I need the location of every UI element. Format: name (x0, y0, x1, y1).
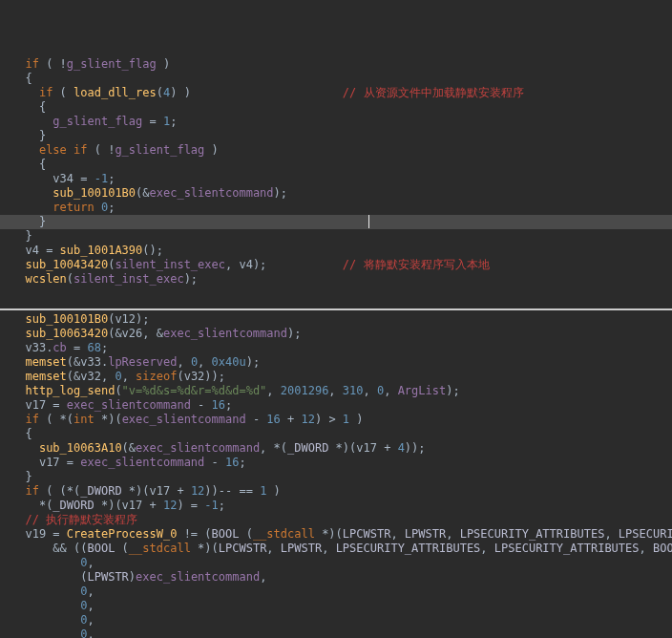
code-line[interactable]: 0, (0, 599, 672, 613)
token: lpReserved (108, 355, 177, 369)
code-line[interactable]: if ( (*(_DWORD *)(v17 + 12))-- == 1 ) (0, 484, 672, 499)
token: 12 (163, 499, 177, 512)
code-line[interactable]: } (0, 215, 672, 229)
token: wcslen (25, 272, 66, 286)
code-line[interactable]: 0, (0, 613, 672, 627)
token: ( ! (87, 143, 115, 157)
token: sizeof (136, 370, 177, 383)
token: v33. (25, 341, 52, 354)
code-line[interactable]: http_log_send("v=%d&s=%d&r=%d&d=%d", 200… (0, 384, 672, 398)
code-pane-bottom[interactable]: sub_100101B0(v12); sub_10063420(&v26, &e… (0, 308, 672, 638)
token: 0x40u (212, 355, 246, 369)
token: && (( (52, 542, 87, 555)
code-line[interactable]: (LPWSTR)exec_slientcommand, (0, 570, 672, 585)
code-line[interactable]: v17 = exec_slientcommand - 16; (0, 456, 672, 470)
token: else if (39, 143, 88, 157)
token: 16 (225, 456, 239, 469)
token: exec_slientcommand (163, 327, 287, 340)
code-line[interactable]: { (0, 72, 672, 86)
token: , (198, 355, 211, 369)
token: memset (25, 355, 66, 369)
token: (&v26, & (108, 327, 163, 340)
code-line[interactable]: v19 = CreateProcessW_0 != (BOOL (__stdca… (0, 527, 672, 542)
code-line[interactable]: g_slient_flag = 1; (0, 115, 672, 129)
code-line[interactable]: memset(&v32, 0, sizeof(v32)); (0, 370, 672, 384)
token: { (25, 427, 32, 440)
code-line[interactable]: 0, (0, 627, 672, 638)
token: , (384, 384, 397, 397)
token: LPSECURITY_ATTRIBUTES (460, 527, 605, 541)
token: ( (239, 527, 252, 541)
code-line[interactable]: sub_10063420(&v26, &exec_slientcommand); (0, 327, 672, 341)
token: *)(v17 + (328, 441, 397, 455)
token: - (204, 456, 225, 469)
token: { (39, 158, 46, 171)
token: LPWSTR (87, 570, 128, 584)
comment: // 将静默安装程序写入本地 (343, 258, 490, 271)
token: 68 (88, 341, 101, 354)
code-line[interactable]: 0, (0, 556, 672, 570)
code-line[interactable]: } (0, 229, 672, 244)
token: ArgList (398, 384, 447, 397)
token: sub_10043420 (25, 258, 108, 271)
code-line[interactable]: sub_100101B0(v12); (0, 312, 672, 327)
code-line[interactable]: && ((BOOL (__stdcall *)(LPCWSTR, LPWSTR,… (0, 542, 672, 556)
token: , (87, 627, 94, 638)
code-line[interactable]: v33.cb = 68; (0, 341, 672, 355)
code-line[interactable]: sub_10043420(silent_inst_exec, v4); // 将… (0, 258, 672, 272)
code-line[interactable]: memset(&v33.lpReserved, 0, 0x40u); (0, 355, 672, 370)
code-line[interactable]: { (0, 158, 672, 172)
code-line[interactable]: return 0; (0, 201, 672, 215)
token: if (39, 86, 52, 99)
token: 2001296 (281, 384, 329, 397)
token: v17 = (25, 398, 66, 412)
token: } (25, 229, 32, 243)
code-line[interactable]: { (0, 100, 672, 115)
token: BOOL (87, 542, 115, 555)
token: ); (274, 186, 287, 200)
token: ( (115, 542, 128, 555)
token: sub_1001A390 (60, 244, 143, 257)
token: http_log_send (25, 384, 115, 397)
token: silent_inst_exec (74, 272, 184, 286)
code-line[interactable]: v4 = sub_1001A390(); (0, 244, 672, 258)
token: v34 = (52, 172, 94, 185)
code-line[interactable]: 0, (0, 585, 672, 599)
code-line[interactable]: sub_10063A10(&exec_slientcommand, *(_DWO… (0, 441, 672, 456)
code-line[interactable]: { (0, 427, 672, 441)
code-line[interactable]: sub_100101B0(&exec_slientcommand); (0, 186, 672, 201)
code-line[interactable]: } (0, 470, 672, 484)
code-line[interactable]: *(_DWORD *)(v17 + 12) = -1; (0, 499, 672, 513)
token: ))-- == (204, 484, 260, 498)
token: LPSECURITY_ATTRIBUTES (336, 542, 481, 555)
token: , (328, 384, 342, 397)
code-pane-top[interactable]: if ( !g_slient_flag ) { if ( load_dll_re… (0, 57, 672, 294)
token: -1 (94, 172, 108, 185)
token: ) (204, 143, 218, 157)
token: ( ! (39, 57, 67, 71)
token: exec_slientcommand (122, 413, 246, 426)
token: ; (225, 398, 232, 412)
code-line[interactable]: if ( load_dll_res(4) ) // 从资源文件中加载静默安装程序 (0, 86, 672, 100)
token: return (52, 201, 101, 214)
token: LPWSTR (405, 527, 446, 541)
code-line[interactable]: wcslen(silent_inst_exec); (0, 272, 672, 287)
token: BOOL (212, 527, 240, 541)
token: sub_100101B0 (52, 186, 136, 200)
token: 0 (115, 370, 121, 383)
code-line[interactable]: if ( !g_slient_flag ) (0, 57, 672, 72)
token: , (87, 613, 94, 627)
code-line[interactable]: if ( *(int *)(exec_slientcommand - 16 + … (0, 413, 672, 427)
token: ; (108, 201, 115, 214)
token: , (266, 384, 280, 397)
code-line[interactable]: v17 = exec_slientcommand - 16; (0, 398, 672, 413)
code-line[interactable]: else if ( !g_slient_flag ) (0, 143, 672, 158)
token: } (39, 129, 46, 142)
code-line[interactable]: v34 = -1; (0, 172, 672, 186)
token: + (281, 413, 302, 426)
code-line[interactable]: } (0, 129, 672, 143)
code-line[interactable]: // 执行静默安装程序 (0, 513, 672, 527)
token: , (87, 599, 94, 612)
token: 16 (266, 413, 280, 426)
token: , v4); (225, 258, 266, 271)
